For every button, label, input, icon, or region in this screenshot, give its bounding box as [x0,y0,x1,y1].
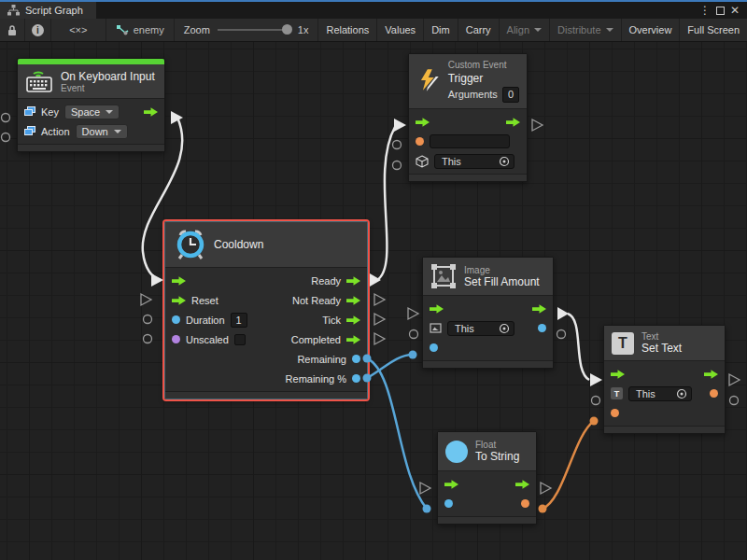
relations-button[interactable]: Relations [318,19,377,41]
script-graph-window: Script Graph ⋮ ✕ i <×> enemy [0,0,747,560]
unscaled-checkbox[interactable] [234,334,246,345]
chevron-down-icon [106,110,113,114]
text-value-input-port[interactable] [611,409,619,417]
zoom-slider-handle[interactable] [282,24,292,35]
chevron-down-icon [534,28,542,32]
node-title: Set Text [641,342,682,355]
node-category: Float [475,440,519,450]
arguments-value[interactable]: 0 [502,87,519,104]
close-icon[interactable]: ✕ [730,5,740,16]
graph-tab-icon [7,5,20,16]
chevron-down-icon [114,130,121,133]
node-footer [18,144,164,151]
tab-script-graph[interactable]: Script Graph [0,2,96,19]
fill-amount-input-port[interactable] [430,343,438,352]
wire-cooldown-to-custom-event[interactable] [377,127,395,280]
control-input-port[interactable] [430,304,444,314]
node-footer [409,174,527,181]
graph-canvas[interactable]: On Keyboard Input Event Key Space [0,42,747,560]
graph-reference[interactable]: enemy [106,19,175,41]
argument-field[interactable] [430,134,510,148]
target-self-field[interactable]: This [447,321,514,336]
control-input-port[interactable] [444,480,458,489]
values-button[interactable]: Values [377,19,424,41]
window-menu-icon[interactable]: ⋮ [699,5,711,16]
wire-image-to-text[interactable] [568,314,589,380]
keyboard-icon [25,69,53,93]
string-input-port[interactable] [416,137,424,146]
completed-output-port[interactable] [346,335,360,344]
text-output-port[interactable] [710,389,718,398]
target-self-field[interactable]: This [434,154,514,169]
wire-source-triangle[interactable] [370,273,381,287]
target-picker-icon[interactable] [676,388,687,399]
control-output-port[interactable] [704,370,718,379]
zoom-slider[interactable] [218,29,290,31]
target-row: This [409,151,527,171]
wire-arrowhead [590,373,602,386]
wire-source-triangle[interactable] [557,307,569,320]
maximize-icon[interactable] [716,7,725,15]
image-output-port[interactable] [538,324,546,332]
graph-name: enemy [134,24,164,35]
string-output-port[interactable] [521,499,529,508]
lock-icon [7,24,18,36]
window-controls: ⋮ ✕ [699,2,747,19]
control-output-port[interactable] [515,480,529,489]
arguments-label: Arguments [448,89,498,102]
duration-input-port[interactable] [172,315,180,324]
info-icon: i [32,24,44,36]
dim-button[interactable]: Dim [424,19,458,41]
info-button[interactable]: i [25,19,51,41]
not-ready-output-port[interactable] [346,296,360,305]
carry-button[interactable]: Carry [458,19,500,41]
node-title: Set Fill Amount [464,275,540,288]
tick-output-port[interactable] [346,315,360,325]
edit-code-button[interactable]: <×> [51,19,106,41]
fill-amount-row [423,338,553,357]
target-picker-icon[interactable] [499,323,510,334]
duration-value[interactable]: 1 [231,313,247,328]
node-text-set-text[interactable]: T Text Set Text T This [603,325,726,434]
value-row [438,494,536,513]
action-dropdown[interactable]: Down [76,124,128,139]
wire-endpoint [539,505,547,513]
graph-toolbar: i <×> enemy Zoom 1x Relations Values Dim… [0,19,747,42]
lock-button[interactable] [0,19,25,41]
text-mini-icon: T [611,387,623,399]
port-label-completed: Completed [291,334,341,345]
control-input-port[interactable] [172,276,186,286]
remaining-pct-output-port[interactable] [352,374,360,383]
reset-input-port[interactable] [172,296,186,305]
fullscreen-button[interactable]: Full Screen [680,19,747,41]
node-float-to-string[interactable]: Float To String [437,431,537,525]
wire-source-triangle[interactable] [171,111,183,124]
wire-remaining-pct-to-image[interactable] [367,355,413,378]
unscaled-input-port[interactable] [172,335,180,343]
port-label-remaining-pct: Remaining % [286,373,346,385]
node-image-set-fill-amount[interactable]: Image Set Fill Amount Th [422,257,554,369]
overview-button[interactable]: Overview [622,19,681,41]
node-title: Trigger [448,72,519,86]
node-footer [604,426,725,433]
key-dropdown[interactable]: Space [64,105,120,119]
wire-float-to-text[interactable] [543,421,594,509]
control-input-port[interactable] [416,118,430,127]
node-on-keyboard-input[interactable]: On Keyboard Input Event Key Space [17,58,165,152]
remaining-output-port[interactable] [352,355,360,363]
control-input-port[interactable] [611,370,625,379]
control-output-port[interactable] [532,304,546,314]
port-label-tick: Tick [322,315,341,326]
wire-remaining-to-float[interactable] [367,358,427,509]
node-cooldown[interactable]: Cooldown Ready Reset [164,221,368,399]
node-custom-event-trigger[interactable]: Custom Event Trigger Arguments 0 [408,53,528,182]
float-input-port[interactable] [444,499,453,508]
gameobject-cube-icon [416,155,429,168]
target-self-field[interactable]: This [628,386,692,401]
ready-output-port[interactable] [346,276,360,286]
tab-label: Script Graph [25,5,83,16]
control-output-port[interactable] [506,118,520,127]
target-picker-icon[interactable] [499,156,510,167]
chevron-down-icon [606,28,613,32]
control-output-port[interactable] [144,107,158,117]
